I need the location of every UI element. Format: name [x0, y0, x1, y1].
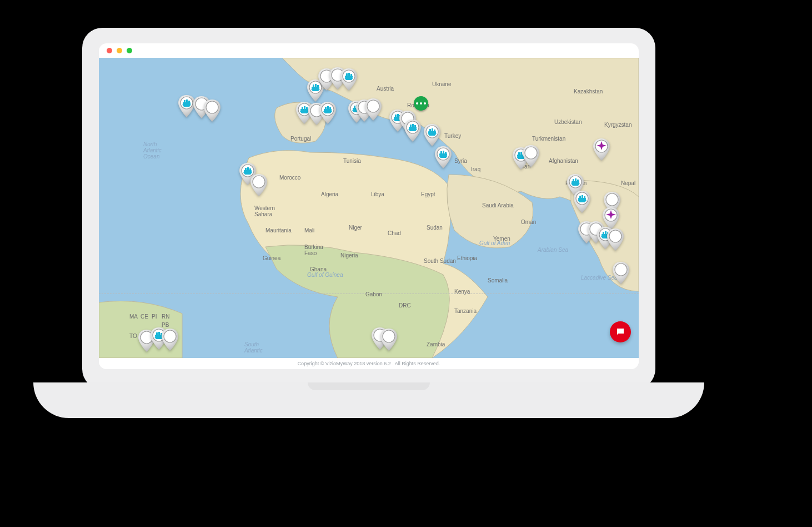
svg-rect-98	[572, 181, 579, 183]
svg-rect-104	[578, 198, 586, 200]
svg-rect-77	[445, 152, 447, 153]
svg-rect-75	[440, 151, 442, 153]
svg-rect-71	[434, 130, 435, 131]
svg-rect-39	[325, 107, 327, 109]
svg-rect-40	[327, 106, 329, 109]
svg-rect-64	[412, 124, 414, 127]
minimize-button[interactable]	[117, 48, 122, 53]
map-marker-ship[interactable]	[318, 101, 337, 125]
close-button[interactable]	[107, 48, 112, 53]
svg-rect-105	[579, 196, 581, 198]
map-marker-empty[interactable]	[522, 145, 540, 168]
map-marker-empty[interactable]	[379, 328, 398, 351]
svg-rect-101	[577, 180, 579, 181]
svg-rect-83	[249, 168, 251, 170]
copyright-text: Copyright © VizioMyWay 2018 version 6.2 …	[298, 361, 440, 366]
map-marker-plane[interactable]	[592, 138, 611, 161]
svg-rect-24	[345, 76, 353, 78]
map-marker-ship[interactable]	[339, 68, 358, 91]
chat-icon	[615, 327, 625, 337]
svg-rect-135	[156, 332, 158, 335]
svg-rect-136	[158, 332, 160, 335]
svg-rect-76	[443, 151, 444, 153]
svg-rect-27	[350, 74, 352, 76]
svg-rect-31	[302, 107, 303, 109]
svg-rect-106	[582, 195, 583, 198]
svg-rect-82	[247, 167, 249, 170]
svg-rect-4	[183, 102, 191, 105]
map-marker-empty[interactable]	[364, 98, 383, 121]
svg-rect-16	[315, 84, 317, 87]
svg-rect-1	[618, 331, 621, 332]
map-marker-ship[interactable]	[403, 119, 422, 142]
svg-rect-65	[414, 125, 416, 127]
map-marker-ship[interactable]	[573, 190, 592, 213]
svg-rect-69	[429, 129, 431, 131]
svg-rect-74	[439, 153, 447, 156]
svg-rect-81	[245, 168, 247, 170]
map-marker-empty[interactable]	[161, 328, 179, 351]
zoom-button[interactable]	[127, 48, 132, 53]
svg-rect-7	[188, 101, 190, 102]
laptop-base	[33, 382, 704, 418]
svg-rect-26	[348, 73, 350, 76]
svg-rect-6	[186, 100, 188, 102]
chat-button[interactable]	[610, 321, 631, 342]
map-marker-empty[interactable]	[249, 173, 268, 197]
map-marker-ship[interactable]	[423, 123, 442, 147]
svg-rect-32	[304, 106, 305, 109]
svg-rect-119	[603, 232, 604, 234]
map-marker-ship[interactable]	[434, 146, 453, 169]
svg-rect-63	[410, 125, 412, 127]
equator-line	[99, 294, 639, 294]
svg-rect-38	[324, 109, 332, 111]
map-cluster[interactable]	[414, 96, 428, 111]
svg-rect-55	[395, 115, 397, 117]
map-marker-empty[interactable]	[611, 261, 630, 285]
footer: Copyright © VizioMyWay 2018 version 6.2 …	[99, 358, 639, 369]
svg-rect-5	[184, 100, 186, 102]
svg-rect-62	[409, 127, 417, 129]
map-marker-empty[interactable]	[203, 99, 222, 122]
svg-rect-41	[329, 107, 331, 109]
svg-rect-68	[428, 131, 436, 133]
svg-rect-100	[575, 178, 577, 181]
svg-rect-99	[573, 179, 574, 181]
svg-rect-25	[346, 73, 348, 76]
svg-rect-0	[618, 330, 623, 331]
svg-rect-107	[584, 196, 585, 198]
svg-rect-70	[432, 128, 433, 131]
window-controls	[99, 43, 639, 58]
map-viewport[interactable]: NorthAtlanticOceanSouthAtlanticGulf of G…	[99, 58, 639, 358]
map-marker-empty[interactable]	[606, 228, 625, 251]
svg-rect-15	[313, 84, 314, 87]
svg-rect-80	[244, 170, 252, 172]
svg-rect-89	[518, 152, 520, 155]
screen: NorthAtlanticOceanSouthAtlanticGulf of G…	[99, 43, 639, 369]
